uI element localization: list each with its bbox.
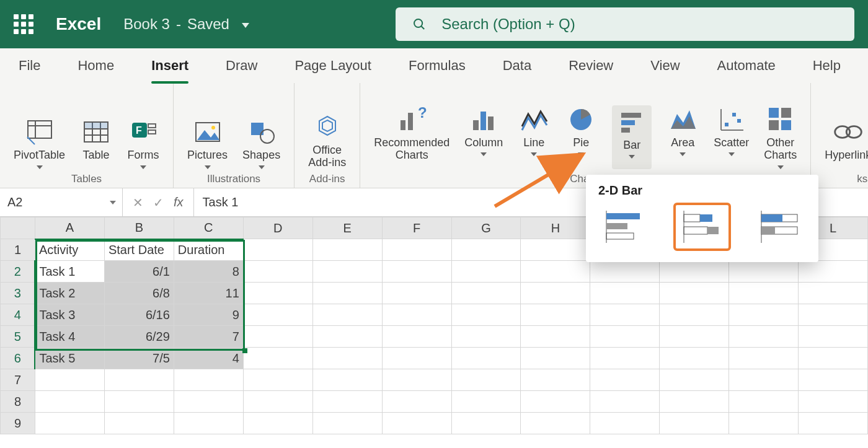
tab-formulas[interactable]: Formulas [390, 48, 484, 83]
tab-review[interactable]: Review [550, 48, 632, 83]
row-header-3[interactable]: 3 [1, 283, 35, 304]
row-header-2[interactable]: 2 [1, 261, 35, 283]
cell[interactable] [590, 304, 660, 326]
cell[interactable] [451, 326, 521, 348]
cell[interactable] [382, 348, 451, 369]
tab-automate[interactable]: Automate [699, 48, 794, 83]
cell[interactable] [312, 261, 382, 283]
cell[interactable] [382, 304, 451, 326]
cell[interactable] [590, 283, 660, 304]
col-header-D[interactable]: D [243, 217, 312, 239]
search-input[interactable] [440, 15, 838, 33]
pie-chart-button[interactable]: Pie [565, 105, 597, 169]
cell-A2[interactable]: Task 1 [35, 261, 104, 283]
cell[interactable] [451, 261, 521, 283]
row-header-6[interactable]: 6 [1, 348, 35, 369]
cell-A5[interactable]: Task 4 [35, 326, 104, 348]
cell[interactable] [799, 304, 868, 326]
cell[interactable] [660, 283, 729, 304]
tab-file[interactable]: File [0, 48, 59, 83]
cell[interactable] [243, 283, 312, 304]
pictures-button[interactable]: Pictures [187, 118, 228, 169]
tab-draw[interactable]: Draw [207, 48, 276, 83]
cell[interactable] [799, 283, 868, 304]
cell[interactable] [590, 348, 660, 369]
scatter-chart-button[interactable]: Scatter [714, 105, 749, 169]
cell[interactable] [312, 326, 382, 348]
cell[interactable] [451, 239, 521, 261]
bar-chart-button[interactable]: Bar [612, 105, 652, 169]
cell[interactable] [799, 326, 868, 348]
cell[interactable] [243, 348, 312, 369]
row-header-4[interactable]: 4 [1, 304, 35, 326]
option-clustered-bar[interactable] [598, 205, 651, 248]
col-header-C[interactable]: C [174, 217, 243, 239]
cell[interactable] [799, 348, 868, 369]
cell[interactable] [521, 283, 590, 304]
cell[interactable] [660, 326, 729, 348]
cell-A6[interactable]: Task 5 [35, 348, 104, 369]
cell-A3[interactable]: Task 2 [35, 283, 104, 304]
cell-C3[interactable]: 11 [174, 283, 243, 304]
col-header-F[interactable]: F [382, 217, 451, 239]
col-header-E[interactable]: E [312, 217, 382, 239]
cell[interactable] [243, 239, 312, 261]
cell-B6[interactable]: 7/5 [104, 348, 174, 369]
row-header-1[interactable]: 1 [1, 239, 35, 261]
cell-C5[interactable]: 7 [174, 326, 243, 348]
cell[interactable] [312, 239, 382, 261]
formula-input[interactable]: Task 1 [194, 195, 247, 209]
column-chart-button[interactable]: Column [464, 105, 503, 169]
cell[interactable] [729, 348, 799, 369]
col-header-B[interactable]: B [104, 217, 174, 239]
forms-button[interactable]: F Forms [127, 118, 159, 169]
cell[interactable] [660, 261, 729, 283]
cell[interactable] [382, 326, 451, 348]
cell[interactable] [729, 261, 799, 283]
col-header-H[interactable]: H [521, 217, 590, 239]
cell[interactable] [660, 304, 729, 326]
cell[interactable] [590, 326, 660, 348]
cell[interactable] [382, 261, 451, 283]
cell-B4[interactable]: 6/16 [104, 304, 174, 326]
cell[interactable] [729, 304, 799, 326]
cell-A1[interactable]: Activity [35, 239, 104, 261]
row-header-9[interactable]: 9 [1, 413, 35, 434]
pivot-table-button[interactable]: PivotTable [14, 118, 65, 169]
line-chart-button[interactable]: Line [518, 105, 550, 169]
table-button[interactable]: Table [80, 118, 112, 169]
cell[interactable] [590, 261, 660, 283]
cell[interactable] [729, 326, 799, 348]
row-header-7[interactable]: 7 [1, 369, 35, 391]
office-addins-button[interactable]: OfficeAdd-ins [308, 113, 346, 169]
recommended-charts-button[interactable]: ? RecommendedCharts [374, 105, 450, 169]
cancel-formula-icon[interactable]: ✕ [133, 195, 143, 210]
option-100-stacked-bar[interactable] [753, 205, 806, 248]
name-box[interactable]: A2 [0, 188, 123, 216]
hyperlink-button[interactable]: Hyperlink [825, 118, 868, 169]
cell[interactable] [660, 348, 729, 369]
cell[interactable] [312, 283, 382, 304]
row-header-5[interactable]: 5 [1, 326, 35, 348]
fx-icon[interactable]: fx [174, 195, 184, 209]
cell-B1[interactable]: Start Date [104, 239, 174, 261]
tab-page-layout[interactable]: Page Layout [276, 48, 390, 83]
tab-view[interactable]: View [632, 48, 698, 83]
cell[interactable] [451, 283, 521, 304]
cell[interactable] [243, 304, 312, 326]
cell-C4[interactable]: 9 [174, 304, 243, 326]
cell[interactable] [243, 326, 312, 348]
cell[interactable] [243, 261, 312, 283]
cell[interactable] [521, 348, 590, 369]
cell-B2[interactable]: 6/1 [104, 261, 174, 283]
tab-data[interactable]: Data [484, 48, 550, 83]
app-launcher-icon[interactable] [14, 14, 33, 34]
cell[interactable] [521, 326, 590, 348]
col-header-A[interactable]: A [35, 217, 104, 239]
cell-C1[interactable]: Duration [174, 239, 243, 261]
cell[interactable] [799, 261, 868, 283]
row-header-8[interactable]: 8 [1, 391, 35, 413]
cell[interactable] [312, 348, 382, 369]
col-header-G[interactable]: G [451, 217, 521, 239]
cell-A4[interactable]: Task 3 [35, 304, 104, 326]
